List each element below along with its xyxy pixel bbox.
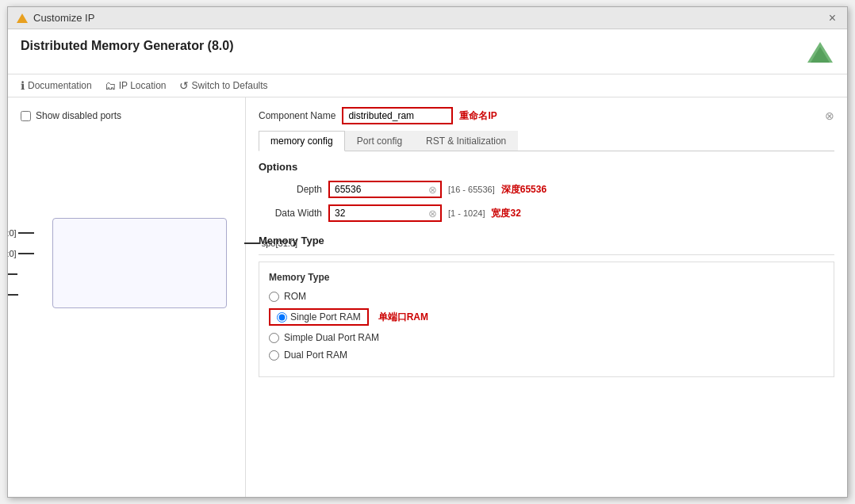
left-panel: Show disabled ports a[15:0] d[31:0] bbox=[8, 97, 246, 497]
main-content: Show disabled ports a[15:0] d[31:0] bbox=[8, 97, 847, 497]
svg-marker-0 bbox=[17, 13, 28, 23]
port-clk: clk bbox=[8, 269, 34, 279]
data-width-annotation: 宽度32 bbox=[491, 207, 520, 220]
divider bbox=[259, 254, 834, 255]
toolbar-documentation[interactable]: ℹ Documentation bbox=[21, 79, 92, 92]
data-width-input[interactable] bbox=[330, 206, 425, 220]
memory-type-inner: Memory Type ROM Single Port RAM 单端口RAM bbox=[259, 262, 834, 377]
radio-dual-port-ram-input[interactable] bbox=[269, 350, 279, 361]
data-width-row: Data Width ⊗ [1 - 1024] 宽度32 bbox=[259, 204, 834, 222]
depth-clear-icon[interactable]: ⊗ bbox=[425, 184, 440, 196]
toolbar-switch-defaults[interactable]: ↺ Switch to Defaults bbox=[179, 79, 268, 92]
radio-simple-dual-port-input[interactable] bbox=[269, 333, 279, 343]
schematic-container: a[15:0] d[31:0] clk we bbox=[52, 170, 232, 308]
memory-type-section-title: Memory Type bbox=[259, 235, 834, 246]
folder-icon: 🗂 bbox=[105, 79, 116, 92]
toolbar-documentation-label: Documentation bbox=[28, 80, 92, 91]
options-section: Options Depth ⊗ [16 - 65536] 深度65536 Dat… bbox=[259, 161, 834, 222]
options-title: Options bbox=[259, 161, 834, 173]
close-button[interactable]: × bbox=[826, 11, 839, 25]
data-width-label: Data Width bbox=[259, 208, 322, 219]
radio-rom-input[interactable] bbox=[269, 292, 279, 302]
single-port-annotation: 单端口RAM bbox=[378, 311, 428, 324]
radio-rom-label: ROM bbox=[284, 291, 306, 302]
schematic-box: a[15:0] d[31:0] clk we bbox=[52, 218, 227, 308]
single-port-ram-wrap: Single Port RAM bbox=[269, 308, 369, 326]
depth-input-wrap: ⊗ bbox=[328, 181, 442, 198]
refresh-icon: ↺ bbox=[179, 79, 189, 92]
app-icon bbox=[16, 12, 29, 25]
radio-rom: ROM bbox=[269, 291, 824, 302]
info-icon: ℹ bbox=[21, 79, 25, 92]
radio-simple-dual-port: Simple Dual Port RAM bbox=[269, 332, 824, 343]
port-d: d[31:0] bbox=[8, 249, 34, 258]
right-panel: Component Name 重命名IP ⊗ memory config Por… bbox=[246, 97, 847, 497]
radio-single-port-ram: Single Port RAM 单端口RAM bbox=[269, 308, 824, 326]
show-disabled-ports-label[interactable]: Show disabled ports bbox=[21, 110, 232, 121]
depth-row: Depth ⊗ [16 - 65536] 深度65536 bbox=[259, 181, 834, 198]
component-name-clear[interactable]: ⊗ bbox=[825, 109, 834, 122]
component-name-input[interactable] bbox=[342, 107, 453, 124]
window-title: Distributed Memory Generator (8.0) bbox=[21, 39, 234, 53]
memory-type-inner-title: Memory Type bbox=[269, 272, 824, 283]
toolbar-switch-defaults-label: Switch to Defaults bbox=[192, 80, 268, 91]
left-ports: a[15:0] d[31:0] clk we bbox=[8, 228, 34, 300]
radio-simple-dual-port-label: Simple Dual Port RAM bbox=[284, 332, 379, 343]
depth-input[interactable] bbox=[330, 182, 425, 197]
title-bar: Customize IP × bbox=[8, 7, 847, 29]
port-a: a[15:0] bbox=[8, 228, 34, 238]
toolbar-ip-location-label: IP Location bbox=[119, 80, 167, 91]
memory-type-section: Memory Type Memory Type ROM Single Port … bbox=[259, 235, 834, 377]
window-header: Distributed Memory Generator (8.0) bbox=[8, 29, 847, 74]
schematic-inner-space bbox=[63, 231, 217, 295]
toolbar: ℹ Documentation 🗂 IP Location ↺ Switch t… bbox=[8, 74, 847, 97]
data-width-clear-icon[interactable]: ⊗ bbox=[425, 208, 440, 220]
component-name-label: Component Name bbox=[259, 110, 335, 121]
title-bar-text: Customize IP bbox=[33, 12, 94, 24]
rename-label: 重命名IP bbox=[459, 109, 497, 123]
depth-annotation: 深度65536 bbox=[501, 183, 546, 197]
component-name-row: Component Name 重命名IP ⊗ bbox=[259, 107, 834, 124]
tabs: memory config Port config RST & Initiali… bbox=[259, 131, 834, 151]
radio-dual-port-ram-label: Dual Port RAM bbox=[284, 349, 347, 361]
vivado-logo bbox=[806, 39, 834, 67]
tab-port-config[interactable]: Port config bbox=[345, 131, 414, 151]
title-bar-left: Customize IP bbox=[16, 12, 94, 25]
show-disabled-ports-checkbox[interactable] bbox=[21, 111, 31, 121]
main-window: Customize IP × Distributed Memory Genera… bbox=[7, 6, 848, 498]
toolbar-ip-location[interactable]: 🗂 IP Location bbox=[105, 79, 167, 92]
port-we: we bbox=[8, 290, 34, 300]
depth-label: Depth bbox=[259, 184, 322, 195]
radio-dual-port-ram: Dual Port RAM bbox=[269, 349, 824, 361]
data-width-input-wrap: ⊗ bbox=[328, 204, 442, 222]
right-ports: spo[31:0] bbox=[244, 239, 297, 248]
data-width-range: [1 - 1024] bbox=[448, 208, 485, 218]
radio-single-port-ram-label: Single Port RAM bbox=[290, 311, 361, 323]
depth-range: [16 - 65536] bbox=[448, 185, 495, 194]
tab-memory-config[interactable]: memory config bbox=[259, 131, 345, 151]
radio-single-port-ram-input[interactable] bbox=[277, 312, 287, 323]
tab-rst-init[interactable]: RST & Initialization bbox=[414, 131, 518, 151]
